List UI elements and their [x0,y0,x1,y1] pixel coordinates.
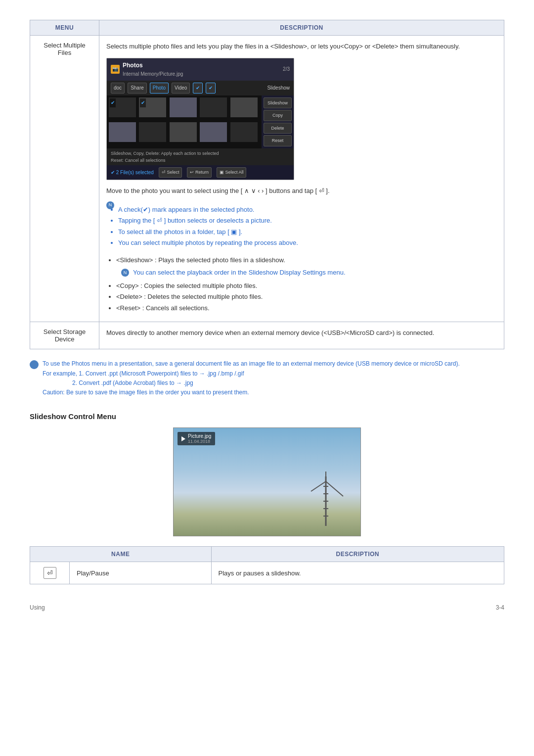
desc-cell-play: Plays or pauses a slideshow. [211,562,504,584]
photos-mock-header: 📷 Photos Internal Memory/Picture.jpg 2/3 [107,58,294,81]
sidebar-btn-copy[interactable]: Copy [264,110,292,121]
col-header-desc: DESCRIPTION [99,20,504,36]
slideshow-section: Slideshow Control Menu Picture.jpg 11.04… [30,412,504,536]
crane-svg [306,467,346,526]
thumbnail-2[interactable] [139,97,166,117]
footer-btn-select[interactable]: ⏎ Select [159,167,182,177]
toolbar-btn-doc[interactable]: doc [111,83,125,94]
icon-cell: ⏎ [30,562,70,584]
toolbar-btn-share[interactable]: Share [128,83,147,94]
photos-status: Slideshow, Copy, Delete: Apply each acti… [107,148,294,166]
bullet-a-1: A check(✔) mark appears in the selected … [118,205,298,215]
svg-line-1 [326,481,343,496]
bullet-a-3: To select all the photos in a folder, ta… [118,227,298,237]
slideshow-preview: Picture.jpg 11.04.2018 [173,427,361,536]
sidebar-btn-reset[interactable]: Reset [264,135,292,146]
thumbnail-7[interactable] [139,122,166,142]
note-line-3: 2. Convert .pdf (Adobe Acrobat) files to… [72,379,193,386]
footer-right: 3-4 [496,604,504,611]
bullet-c-2: <Delete> : Deletes the selected multiple… [116,292,497,302]
move-instruction: Move to the photo you want to select usi… [106,186,497,196]
photos-app-title: Photos [123,61,183,70]
bottom-note: To use the Photos menu in a presentation… [30,359,504,397]
desc-cell-storage: Moves directly to another memory device … [99,322,504,349]
note-icon-b: N [121,269,129,277]
photos-sidebar: Slideshow Copy Delete Reset [262,95,294,148]
thumbnail-1[interactable] [109,97,136,117]
bottom-table: NAME DESCRIPTION ⏎ Play/Pause Plays or p… [30,546,504,584]
thumbnail-5[interactable] [230,97,258,117]
note-icon-bottom [30,360,39,369]
bullets-c-list: <Copy> : Copies the selected multiple ph… [116,281,497,313]
thumbnail-9[interactable] [200,122,227,142]
photos-counter: 2/3 [283,65,290,73]
bottom-table-row: ⏎ Play/Pause Plays or pauses a slideshow… [30,562,504,584]
note-b-group: N You can select the playback order in t… [121,268,497,278]
sidebar-btn-slideshow[interactable]: Slideshow [264,97,292,108]
name-cell: Play/Pause [70,562,212,584]
desc-storage: Moves directly to another memory device … [106,329,434,336]
thumbnail-6[interactable] [109,122,136,142]
slideshow-file-info: Picture.jpg 11.04.2018 [188,433,211,444]
toolbar-btn-check2[interactable]: ✔ [206,83,216,94]
toolbar-btn-video[interactable]: Video [172,83,190,94]
note-b-text: You can select the playback order in the… [133,268,346,278]
bullet-a-2: Tapping the [ ⏎ ] button selects or dese… [118,216,298,226]
photos-app-subtitle: Internal Memory/Picture.jpg [123,70,183,78]
bottom-note-text: To use the Photos menu in a presentation… [43,359,460,397]
play-triangle-icon [181,436,185,441]
bullet-c-3: <Reset> : Cancels all selections. [116,303,497,313]
bottom-col-header-desc: DESCRIPTION [211,547,504,562]
bullets-b-list: <Slideshow> : Plays the selected photo f… [116,255,497,265]
table-row: Select Multiple Files Selects multiple p… [30,36,504,322]
bullets-a-group: N A check(✔) mark appears in the selecte… [106,200,497,252]
desc-cell-select-multiple: Selects multiple photo files and lets yo… [99,36,504,322]
photos-toolbar: doc Share Photo Video ✔ ✔ Slideshow [107,81,294,95]
bullet-b: <Slideshow> : Plays the selected photo f… [116,255,497,265]
footer-btn-select-all[interactable]: ▣ Select All [217,167,247,177]
main-table: MENU DESCRIPTION Select Multiple Files S… [30,20,504,349]
thumbnail-3[interactable] [170,97,197,117]
footer-left: Using [30,604,45,611]
sidebar-btn-delete[interactable]: Delete [264,123,292,134]
slideshow-filename: Picture.jpg [188,433,211,439]
desc-intro: Selects multiple photo files and lets yo… [106,42,497,52]
menu-cell-storage: Select StorageDevice [30,322,99,349]
bullets-a-list: A check(✔) mark appears in the selected … [118,203,298,249]
toolbar-btn-photo[interactable]: Photo [150,83,169,94]
footer-files-selected: ✔ 2 File(s) selected [111,169,154,177]
note-caution: Caution: Be sure to save the image files… [43,389,249,396]
photos-screenshot-mock: 📷 Photos Internal Memory/Picture.jpg 2/3… [106,58,294,180]
bullet-a-4: You can select multiple photos by repeat… [118,238,298,248]
page-footer: Using 3-4 [30,604,504,611]
slideshow-section-title: Slideshow Control Menu [30,412,504,421]
slideshow-overlay: Picture.jpg 11.04.2018 [178,432,215,445]
photos-grid-area: Slideshow Copy Delete Reset [107,95,294,148]
status-line1: Slideshow, Copy, Delete: Apply each acti… [111,150,290,157]
play-pause-icon: ⏎ [44,567,56,579]
toolbar-btn-check1[interactable]: ✔ [193,83,203,94]
photos-footer: ✔ 2 File(s) selected ⏎ Select ↩ Return ▣… [107,165,294,179]
photos-app-icon: 📷 [111,65,120,74]
photos-thumbnails [107,95,262,148]
col-header-menu: MENU [30,20,99,36]
bullet-c-1: <Copy> : Copies the selected multiple ph… [116,281,497,291]
bottom-col-header-name: NAME [30,547,212,562]
slideshow-label: Slideshow [267,84,290,92]
menu-cell-select-multiple: Select Multiple Files [30,36,99,322]
thumbnail-8[interactable] [170,122,197,142]
note-line-2: For example, 1. Convert .ppt (Microsoft … [43,370,244,377]
table-row-storage: Select StorageDevice Moves directly to a… [30,322,504,349]
status-line2: Reset: Cancel all selections [111,157,290,164]
footer-btn-return[interactable]: ↩ Return [187,167,212,177]
thumbnail-4[interactable] [200,97,227,117]
slideshow-date: 11.04.2018 [188,439,211,444]
thumbnail-10[interactable] [230,122,258,142]
note-line-1: To use the Photos menu in a presentation… [43,360,460,367]
